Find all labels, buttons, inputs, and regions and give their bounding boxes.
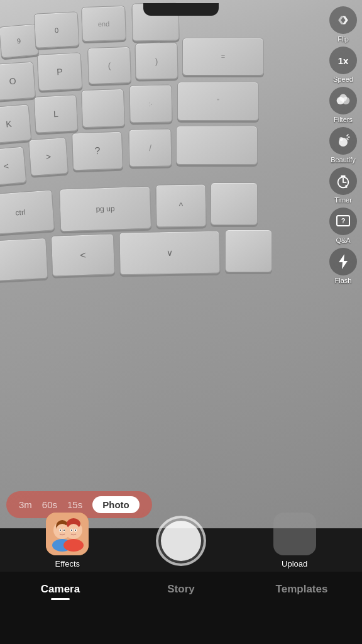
speed-label: Speed bbox=[333, 75, 353, 83]
key-right bbox=[225, 230, 272, 272]
key-bracket-r: ) bbox=[134, 42, 178, 79]
shutter-button[interactable] bbox=[156, 516, 206, 566]
shutter-inner bbox=[161, 521, 201, 561]
flash-label: Flash bbox=[335, 277, 352, 284]
key-k: K bbox=[0, 104, 31, 144]
nav-label-camera: Camera bbox=[41, 583, 80, 596]
key-question: ? bbox=[72, 131, 123, 171]
nav-label-templates: Templates bbox=[276, 583, 328, 596]
timer-label: Timer bbox=[334, 196, 352, 204]
key-shift bbox=[176, 126, 258, 165]
key-p: P bbox=[37, 52, 83, 91]
svg-text:?: ? bbox=[341, 217, 346, 225]
key-1: 9 bbox=[0, 23, 39, 58]
upload-label: Upload bbox=[282, 559, 307, 569]
flash-icon bbox=[329, 248, 357, 275]
filters-label: Filters bbox=[334, 116, 353, 123]
sidebar-item-beautify[interactable]: Beautify bbox=[329, 127, 357, 164]
svg-point-19 bbox=[60, 530, 61, 531]
effects-button[interactable]: Effects bbox=[46, 513, 89, 569]
key-fn bbox=[0, 238, 48, 281]
key-semicolon bbox=[81, 89, 125, 128]
beautify-label: Beautify bbox=[331, 156, 356, 164]
svg-point-29 bbox=[63, 539, 84, 552]
nav-item-templates[interactable]: Templates bbox=[241, 583, 362, 596]
qa-label: Q&A bbox=[336, 236, 350, 244]
nav-underline-camera bbox=[51, 598, 70, 600]
nav-label-story: Story bbox=[167, 583, 194, 596]
beautify-icon bbox=[329, 127, 357, 155]
svg-rect-9 bbox=[341, 175, 345, 177]
status-bar bbox=[0, 0, 362, 19]
sidebar-item-flash[interactable]: Flash bbox=[329, 248, 357, 284]
mode-photo[interactable]: Photo bbox=[92, 496, 140, 513]
key-quote2: " bbox=[177, 82, 259, 121]
key-l: L bbox=[34, 94, 79, 133]
sidebar-item-filters[interactable]: Filters bbox=[329, 87, 357, 123]
camera-viewfinder: 9 0 end O P ( ) = K L :· " < > ? / ctrl … bbox=[0, 0, 362, 528]
svg-point-2 bbox=[339, 94, 347, 102]
mode-60s[interactable]: 60s bbox=[42, 499, 57, 510]
bottom-controls: Effects Upload bbox=[0, 513, 362, 569]
sidebar-item-qa[interactable]: ? Q&A bbox=[329, 208, 357, 244]
sidebar-item-timer[interactable]: 3 Timer bbox=[329, 167, 357, 204]
upload-icon bbox=[273, 513, 316, 555]
qa-icon: ? bbox=[329, 208, 357, 235]
key-o: O bbox=[0, 62, 36, 101]
svg-point-26 bbox=[71, 530, 72, 531]
bottom-nav: Camera Story Templates bbox=[0, 572, 362, 644]
svg-point-27 bbox=[75, 530, 76, 531]
keyboard-bg: 9 0 end O P ( ) = K L :· " < > ? / ctrl … bbox=[0, 0, 362, 528]
key-ctrl: ctrl bbox=[0, 189, 55, 235]
speed-icon: 1x bbox=[329, 47, 357, 74]
key-bracket-l: ( bbox=[87, 47, 131, 84]
svg-marker-12 bbox=[339, 254, 348, 269]
timer-icon: 3 bbox=[329, 167, 357, 195]
svg-text:3: 3 bbox=[345, 184, 348, 189]
status-pill bbox=[143, 3, 219, 16]
effects-icon-inner bbox=[46, 513, 89, 555]
key-quote: :· bbox=[129, 84, 172, 123]
upload-button[interactable]: Upload bbox=[273, 513, 316, 569]
right-sidebar: Flip 1x Speed Filters Beautify bbox=[329, 6, 357, 284]
key-gt: > bbox=[28, 137, 69, 176]
nav-item-camera[interactable]: Camera bbox=[0, 583, 121, 600]
key-equals: = bbox=[182, 38, 264, 75]
key-slash: / bbox=[128, 128, 172, 167]
key-up: ^ bbox=[155, 184, 206, 227]
sidebar-item-speed[interactable]: 1x Speed bbox=[329, 47, 357, 83]
key-left: < bbox=[51, 233, 115, 276]
svg-point-20 bbox=[63, 530, 65, 531]
svg-point-4 bbox=[339, 137, 343, 141]
nav-item-story[interactable]: Story bbox=[121, 583, 241, 596]
filters-icon bbox=[329, 87, 357, 114]
mode-3m[interactable]: 3m bbox=[19, 499, 32, 510]
key-lt: < bbox=[0, 146, 26, 186]
key-end2 bbox=[211, 182, 258, 225]
key-down: ∨ bbox=[119, 231, 220, 275]
effects-icon bbox=[46, 513, 89, 555]
mode-15s[interactable]: 15s bbox=[67, 499, 82, 510]
effects-label: Effects bbox=[55, 559, 80, 569]
flip-label: Flip bbox=[337, 35, 349, 43]
key-pgup: pg up bbox=[59, 186, 151, 231]
